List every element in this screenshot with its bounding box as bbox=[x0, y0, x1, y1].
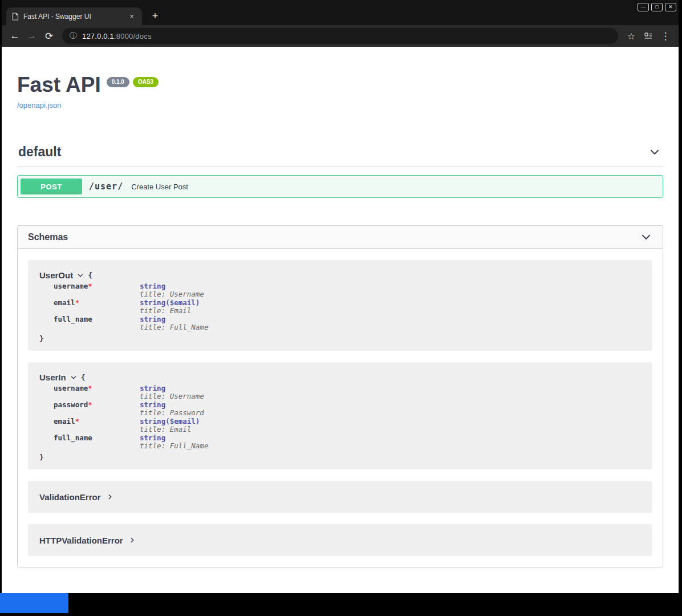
oas-badge: OAS3 bbox=[133, 77, 159, 87]
url-bar[interactable]: ⓘ 127.0.0.1:8000/docs bbox=[62, 28, 618, 44]
schema-property-row: full_name string title: Full_Name bbox=[54, 315, 208, 332]
browser-tab[interactable]: Fast API - Swagger UI × bbox=[6, 7, 142, 25]
api-info: Fast API 0.1.0 OAS3 /openapi.json bbox=[2, 47, 679, 110]
api-title-row: Fast API 0.1.0 OAS3 bbox=[17, 74, 663, 95]
property-name: full_name bbox=[54, 315, 92, 323]
menu-icon[interactable]: ⋮ bbox=[657, 27, 674, 44]
property-title: title: Full_Name bbox=[140, 323, 208, 331]
property-title: title: Email bbox=[140, 307, 208, 315]
property-name: username bbox=[54, 282, 88, 290]
schemas-title: Schemas bbox=[28, 232, 68, 242]
version-badge: 0.1.0 bbox=[107, 77, 129, 87]
maximize-button[interactable]: □ bbox=[651, 3, 663, 11]
bottom-blue-panel bbox=[0, 593, 68, 613]
bottom-bar bbox=[0, 593, 682, 616]
property-type: string bbox=[140, 315, 208, 323]
opblock-post-user[interactable]: POST /user/ Create User Post bbox=[17, 175, 663, 198]
schemas-section: Schemas UserOut { bbox=[17, 225, 663, 568]
required-star: * bbox=[75, 298, 80, 307]
bookmark-star-icon[interactable]: ☆ bbox=[623, 27, 640, 44]
forward-icon[interactable]: → bbox=[23, 27, 40, 44]
property-type: string bbox=[140, 384, 208, 392]
schema-property-row: password* string title: Password bbox=[54, 401, 208, 418]
schema-property-row: username* string title: Username bbox=[54, 282, 208, 299]
browser-toolbar: ← → ⟳ ⓘ 127.0.0.1:8000/docs ☆ ⋮ bbox=[2, 25, 679, 47]
tab-title: Fast API - Swagger UI bbox=[23, 13, 123, 21]
property-title: title: Password bbox=[140, 409, 208, 417]
close-brace: } bbox=[39, 453, 641, 461]
chevron-down-icon bbox=[77, 272, 84, 279]
property-type: string bbox=[140, 434, 208, 442]
chevron-down-icon bbox=[70, 374, 77, 381]
openapi-spec-link[interactable]: /openapi.json bbox=[17, 101, 61, 110]
new-tab-button[interactable]: + bbox=[148, 9, 163, 23]
schema-property-row: username* string title: Username bbox=[54, 384, 208, 401]
operation-path: /user/ bbox=[89, 181, 123, 192]
method-badge: POST bbox=[21, 179, 82, 194]
model-userout: UserOut { username* string title: Userna… bbox=[28, 260, 652, 351]
tag-section-default[interactable]: default bbox=[17, 141, 663, 167]
page-title: Fast API bbox=[17, 74, 101, 95]
model-name: UserOut bbox=[39, 270, 73, 280]
maximize-icon: □ bbox=[655, 5, 658, 10]
property-title: title: Email bbox=[140, 425, 208, 433]
tab-groups-icon bbox=[644, 31, 653, 40]
property-name: full_name bbox=[54, 433, 92, 442]
schema-property-row: email* string($email) title: Email bbox=[54, 299, 208, 315]
required-star: * bbox=[88, 384, 92, 392]
reload-icon[interactable]: ⟳ bbox=[40, 27, 58, 44]
model-properties: username* string title: Username passwor… bbox=[54, 384, 208, 451]
url-path: :8000/docs bbox=[114, 32, 152, 40]
operation-summary: Create User Post bbox=[131, 183, 188, 191]
browser-actions-icon[interactable] bbox=[640, 27, 657, 44]
chevron-right-icon bbox=[129, 537, 136, 544]
chevron-down-icon[interactable] bbox=[648, 146, 661, 159]
page-icon bbox=[12, 13, 19, 21]
window-controls: — □ ✕ bbox=[638, 3, 676, 11]
api-badges: 0.1.0 OAS3 bbox=[107, 77, 159, 87]
window-titlebar: — □ ✕ Fast API - Swagger UI × + bbox=[2, 0, 679, 25]
property-type: string bbox=[140, 401, 208, 409]
model-name: UserIn bbox=[39, 372, 66, 382]
required-star: * bbox=[75, 417, 80, 425]
property-name: username bbox=[54, 384, 88, 392]
browser-window: — □ ✕ Fast API - Swagger UI × + ← → ⟳ ⓘ … bbox=[0, 0, 682, 616]
model-httpvalidationerror[interactable]: HTTPValidationError bbox=[28, 524, 652, 556]
schema-property-row: full_name string title: Full_Name bbox=[54, 434, 208, 451]
property-name: email bbox=[54, 298, 75, 307]
back-icon[interactable]: ← bbox=[6, 27, 23, 44]
property-name: password bbox=[54, 400, 88, 409]
property-name: email bbox=[54, 417, 75, 425]
minimize-button[interactable]: — bbox=[638, 3, 649, 11]
model-validationerror[interactable]: ValidationError bbox=[28, 481, 652, 513]
model-userin-toggle[interactable]: UserIn { bbox=[39, 372, 641, 382]
close-button[interactable]: ✕ bbox=[665, 3, 676, 11]
tab-close-icon[interactable]: × bbox=[127, 12, 136, 21]
chevron-right-icon bbox=[107, 493, 113, 500]
site-info-icon[interactable]: ⓘ bbox=[70, 31, 77, 41]
model-name: HTTPValidationError bbox=[39, 536, 123, 545]
schema-property-row: email* string($email) title: Email bbox=[54, 418, 208, 434]
property-title: title: Full_Name bbox=[140, 442, 208, 450]
model-userin: UserIn { username* string title: Usernam… bbox=[28, 362, 652, 469]
close-brace: } bbox=[39, 334, 641, 343]
model-name: ValidationError bbox=[39, 492, 101, 502]
open-brace: { bbox=[81, 373, 86, 382]
tag-name: default bbox=[18, 144, 61, 160]
swagger-page: Fast API 0.1.0 OAS3 /openapi.json defaul… bbox=[2, 47, 679, 593]
model-properties: username* string title: Username email* … bbox=[54, 282, 208, 332]
property-title: title: Username bbox=[140, 392, 208, 400]
url-text: 127.0.0.1:8000/docs bbox=[82, 32, 152, 40]
required-star: * bbox=[88, 282, 92, 290]
schemas-body: UserOut { username* string title: Userna… bbox=[18, 249, 663, 568]
property-type: string bbox=[140, 282, 208, 290]
chevron-down-icon[interactable] bbox=[640, 231, 652, 244]
open-brace: { bbox=[88, 271, 92, 279]
property-type: string($email) bbox=[140, 418, 208, 425]
minimize-icon: — bbox=[641, 5, 646, 10]
close-icon: ✕ bbox=[668, 5, 673, 10]
url-host: 127.0.0.1 bbox=[82, 32, 114, 40]
schemas-header[interactable]: Schemas bbox=[18, 226, 663, 249]
required-star: * bbox=[88, 400, 92, 409]
model-userout-toggle[interactable]: UserOut { bbox=[39, 270, 641, 280]
